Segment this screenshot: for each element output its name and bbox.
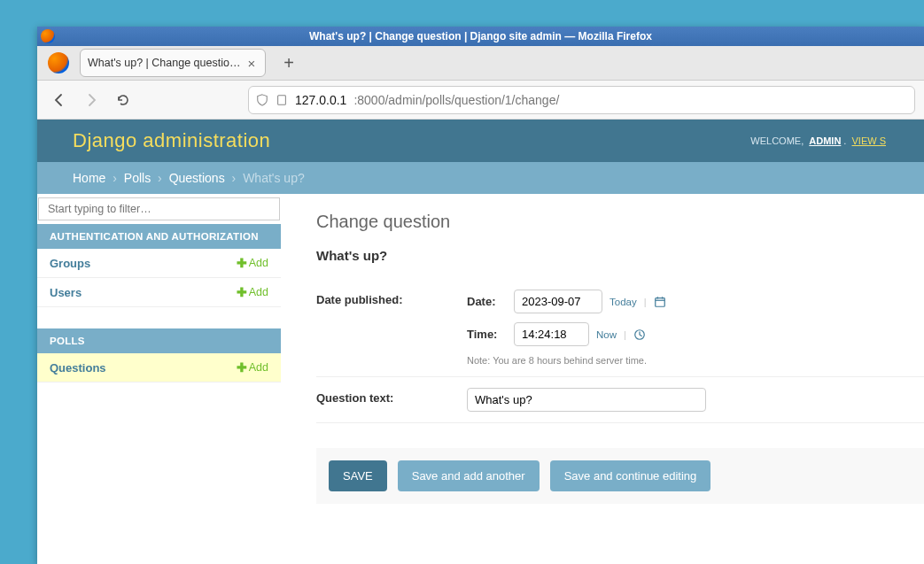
address-box[interactable]: 127.0.0.1:8000/admin/polls/question/1/ch… [248, 86, 915, 114]
arrow-right-icon [84, 93, 98, 107]
submit-row: SAVE Save and add another Save and conti… [316, 448, 924, 504]
time-sublabel: Time: [467, 328, 507, 341]
plus-icon: ✚ [237, 285, 247, 299]
reload-icon [116, 93, 130, 107]
date-input[interactable] [514, 290, 602, 313]
object-title: What's up? [316, 248, 924, 263]
breadcrumb: Home › Polls › Questions › What's up? [37, 162, 924, 194]
browser-tab[interactable]: What's up? | Change question | Django si… [80, 49, 266, 77]
sidebar: AUTHENTICATION AND AUTHORIZATION Groups … [37, 194, 281, 564]
field-label: Question text: [316, 388, 467, 412]
site-brand[interactable]: Django administration [73, 129, 270, 152]
url-path: :8000/admin/polls/question/1/change/ [353, 93, 559, 107]
firefox-home-icon[interactable] [48, 52, 69, 73]
page-content: Django administration WELCOME, ADMIN. VI… [37, 120, 924, 564]
breadcrumb-home[interactable]: Home [73, 171, 105, 185]
now-link[interactable]: Now [596, 329, 617, 340]
time-input[interactable] [514, 322, 589, 346]
question-text-input[interactable] [467, 388, 706, 412]
firefox-icon [41, 29, 55, 43]
url-bar: 127.0.0.1:8000/admin/polls/question/1/ch… [37, 81, 924, 120]
form-row-question-text: Question text: [316, 377, 924, 423]
reload-button[interactable] [110, 87, 136, 113]
arrow-left-icon [52, 93, 66, 107]
plus-icon: ✚ [237, 360, 247, 375]
django-header: Django administration WELCOME, ADMIN. VI… [37, 120, 924, 162]
app-caption-auth: AUTHENTICATION AND AUTHORIZATION [37, 224, 281, 249]
breadcrumb-model[interactable]: Questions [169, 171, 225, 185]
timezone-note: Note: You are 8 hours behind server time… [467, 355, 924, 366]
model-link[interactable]: Groups [50, 257, 90, 270]
model-link[interactable]: Questions [50, 361, 106, 375]
tab-bar: What's up? | Change question | Django si… [37, 46, 924, 81]
close-tab-icon[interactable]: × [245, 57, 258, 69]
back-button[interactable] [46, 87, 73, 113]
save-continue-button[interactable]: Save and continue editing [550, 460, 711, 491]
app-caption-polls: POLLS [37, 328, 281, 353]
page-icon [276, 94, 288, 106]
tab-title: What's up? | Change question | Django si… [88, 57, 242, 69]
save-add-another-button[interactable]: Save and add another [398, 460, 540, 491]
window-titlebar: What's up? | Change question | Django si… [37, 27, 924, 46]
calendar-icon[interactable] [654, 296, 666, 308]
today-link[interactable]: Today [610, 297, 637, 307]
sidebar-item-users[interactable]: Users ✚ Add [37, 278, 281, 307]
user-tools: WELCOME, ADMIN. VIEW S [750, 135, 889, 146]
sidebar-item-groups[interactable]: Groups ✚ Add [37, 249, 281, 278]
page-title: Change question [316, 212, 924, 232]
save-button[interactable]: SAVE [329, 460, 387, 491]
breadcrumb-app[interactable]: Polls [124, 171, 151, 185]
form-row-date-published: Date published: Date: Today | Time: [316, 279, 924, 377]
forward-button [78, 87, 105, 113]
model-link[interactable]: Users [50, 286, 82, 299]
field-label: Date published: [316, 290, 467, 366]
user-link[interactable]: ADMIN [809, 135, 841, 146]
breadcrumb-current: What's up? [243, 171, 305, 185]
add-groups-link[interactable]: ✚ Add [237, 256, 268, 270]
new-tab-button[interactable]: + [276, 50, 301, 75]
window-title: What's up? | Change question | Django si… [309, 30, 652, 42]
welcome-label: WELCOME, [750, 135, 804, 146]
svg-rect-1 [655, 297, 664, 306]
view-site-link[interactable]: VIEW S [851, 135, 886, 146]
add-users-link[interactable]: ✚ Add [237, 285, 268, 299]
svg-rect-0 [278, 95, 286, 104]
clock-icon[interactable] [633, 328, 646, 341]
add-questions-link[interactable]: ✚ Add [237, 360, 268, 375]
main-pane: Change question What's up? Date publishe… [281, 194, 924, 564]
date-sublabel: Date: [467, 295, 507, 308]
plus-icon: ✚ [237, 256, 247, 270]
url-host: 127.0.0.1 [295, 93, 346, 107]
shield-icon [256, 94, 268, 106]
sidebar-filter-input[interactable] [38, 197, 280, 220]
sidebar-item-questions[interactable]: Questions ✚ Add [37, 353, 281, 382]
